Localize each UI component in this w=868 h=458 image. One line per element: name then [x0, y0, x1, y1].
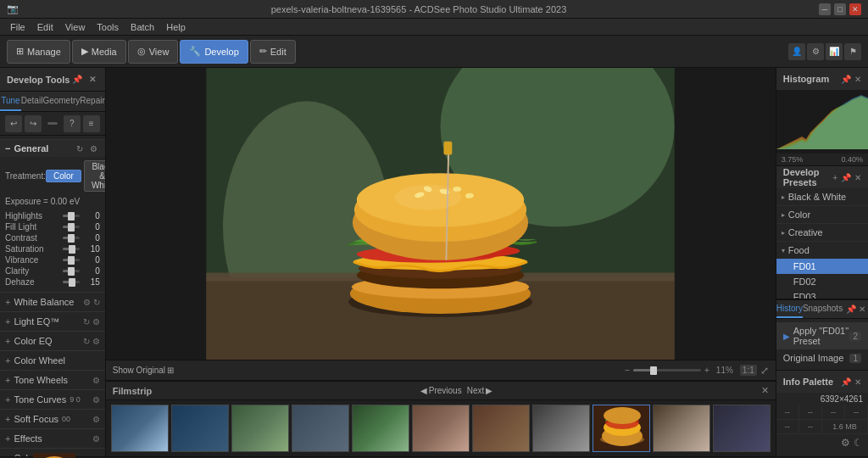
preset-group-creative-header[interactable]: Creative	[776, 224, 868, 241]
contrast-thumb[interactable]	[68, 234, 75, 243]
vibrance-slider[interactable]	[63, 259, 80, 261]
maximize-btn[interactable]: □	[834, 3, 846, 15]
zoom-slider[interactable]	[633, 369, 701, 371]
info-moon-icon[interactable]: ☾	[854, 437, 863, 449]
menu-view[interactable]: View	[60, 19, 91, 35]
media-btn[interactable]: ▶ Media	[72, 40, 126, 64]
clarity-thumb[interactable]	[68, 267, 75, 276]
leq-gear-icon[interactable]: ⚙	[92, 317, 100, 327]
show-original-btn[interactable]: Show Original ⊞	[113, 366, 174, 375]
user-icon[interactable]: 👤	[788, 43, 805, 60]
presets-pin-icon[interactable]: 📌	[841, 173, 851, 182]
menu-help[interactable]: Help	[161, 19, 191, 35]
info-settings-icon[interactable]: ⚙	[841, 437, 850, 449]
light-eq-header[interactable]: + Light EQ™ ↻ ⚙	[0, 312, 105, 331]
tab-repair[interactable]: Repair	[80, 92, 104, 111]
color-treatment-btn[interactable]: Color	[46, 170, 81, 182]
develop-btn[interactable]: 🔧 Develop	[180, 40, 248, 64]
close-btn[interactable]: ✕	[849, 3, 861, 15]
thumb-active[interactable]	[593, 405, 650, 452]
view-btn[interactable]: ◎ View	[128, 40, 179, 64]
thumb-10[interactable]	[713, 405, 771, 452]
presets-add-icon[interactable]: +	[832, 173, 837, 182]
hist-pin-icon[interactable]: 📌	[841, 75, 851, 84]
thumb-3[interactable]	[231, 405, 289, 452]
sf-gear-icon[interactable]: ⚙	[92, 415, 100, 424]
tc-gear-icon[interactable]: ⚙	[92, 395, 100, 405]
edit-btn[interactable]: ✏ Edit	[250, 40, 296, 64]
dehaze-slider[interactable]	[63, 281, 80, 283]
manage-btn[interactable]: ⊞ Manage	[7, 40, 70, 64]
thumb-1[interactable]	[111, 405, 169, 452]
saturation-slider[interactable]	[63, 248, 80, 250]
settings-icon[interactable]: ⚙	[807, 43, 824, 60]
redo-icon[interactable]: ↪	[25, 115, 42, 132]
menu-icon[interactable]: ≡	[83, 115, 100, 132]
menu-edit[interactable]: Edit	[32, 19, 58, 35]
tone-wheels-header[interactable]: + Tone Wheels ⚙	[0, 371, 105, 389]
clarity-slider[interactable]	[63, 270, 80, 272]
saturation-thumb[interactable]	[69, 245, 75, 254]
close-panel-icon[interactable]: ✕	[86, 74, 98, 86]
prev-btn[interactable]: ◀ Previous	[420, 386, 462, 395]
fill-light-slider[interactable]	[63, 226, 80, 228]
ceq-gear-icon[interactable]: ⚙	[92, 337, 100, 346]
eff-gear-icon[interactable]: ⚙	[92, 434, 100, 444]
preset-fd01[interactable]: FD01	[776, 259, 868, 274]
tone-curves-header[interactable]: + Tone Curves 9 0 ⚙	[0, 390, 105, 409]
zoom-thumb[interactable]	[650, 366, 657, 375]
undo-icon[interactable]: ↩	[5, 115, 22, 132]
preset-group-food-header[interactable]: Food	[776, 242, 868, 259]
general-section-header[interactable]: − General ↻ ⚙	[0, 139, 105, 157]
preset-fd03[interactable]: FD03	[776, 289, 868, 299]
fill-light-thumb[interactable]	[68, 223, 75, 232]
bw-treatment-btn[interactable]: Black & White	[84, 160, 105, 192]
thumb-5[interactable]	[352, 405, 409, 452]
thumb-9[interactable]	[653, 405, 710, 452]
leq-refresh-icon[interactable]: ↻	[83, 317, 90, 327]
color-wheel-header[interactable]: + Color Wheel	[0, 351, 105, 370]
minimize-btn[interactable]: ─	[819, 3, 831, 15]
chart-icon[interactable]: 📊	[826, 43, 843, 60]
history-item-1[interactable]: ▶ Apply "FD01" Preset 2	[776, 322, 868, 349]
white-balance-header[interactable]: + White Balance ⚙ ↻	[0, 293, 105, 311]
menu-file[interactable]: File	[5, 19, 31, 35]
exposure-slider-top[interactable]	[47, 122, 58, 125]
tab-detail[interactable]: Detail	[21, 92, 43, 111]
gear-icon[interactable]: ⚙	[88, 142, 100, 154]
history-item-2[interactable]: Original Image 1	[776, 349, 868, 366]
ceq-refresh-icon[interactable]: ↻	[83, 337, 90, 346]
contrast-slider[interactable]	[63, 237, 80, 239]
thumb-7[interactable]	[472, 405, 530, 452]
zoom-in-icon[interactable]: +	[704, 366, 709, 375]
presets-close-icon[interactable]: ✕	[854, 173, 861, 182]
history-close-icon[interactable]: ✕	[859, 304, 865, 314]
tw-gear-icon[interactable]: ⚙	[92, 376, 100, 385]
thumb-4[interactable]	[292, 405, 349, 452]
dehaze-thumb[interactable]	[69, 278, 75, 287]
thumb-8[interactable]	[532, 405, 590, 452]
menu-batch[interactable]: Batch	[125, 19, 159, 35]
highlights-slider[interactable]	[63, 215, 80, 217]
wb-refresh-icon[interactable]: ↻	[93, 298, 100, 307]
flag-icon[interactable]: ⚑	[844, 43, 861, 60]
help-icon[interactable]: ?	[64, 115, 81, 132]
effects-header[interactable]: + Effects ⚙	[0, 429, 105, 448]
soft-focus-header[interactable]: + Soft Focus 00 ⚙	[0, 410, 105, 428]
highlights-thumb[interactable]	[68, 212, 75, 221]
color-eq-header[interactable]: + Color EQ ↻ ⚙	[0, 332, 105, 350]
filmstrip-close-btn[interactable]: ✕	[761, 385, 769, 396]
info-pin-icon[interactable]: 📌	[841, 377, 851, 387]
tab-history[interactable]: History	[776, 300, 803, 318]
fit-icon[interactable]: ⤢	[760, 365, 769, 377]
thumb-2[interactable]	[171, 405, 229, 452]
tab-geometry[interactable]: Geometry	[42, 92, 80, 111]
history-pin-icon[interactable]: 📌	[846, 304, 856, 314]
preset-fd02[interactable]: FD02	[776, 274, 868, 289]
wb-gear-icon[interactable]: ⚙	[83, 298, 91, 307]
zoom-out-icon[interactable]: −	[625, 366, 630, 375]
thumb-6[interactable]	[412, 405, 470, 452]
menu-tools[interactable]: Tools	[92, 19, 124, 35]
vibrance-thumb[interactable]	[68, 256, 75, 265]
refresh-icon[interactable]: ↻	[74, 142, 86, 154]
